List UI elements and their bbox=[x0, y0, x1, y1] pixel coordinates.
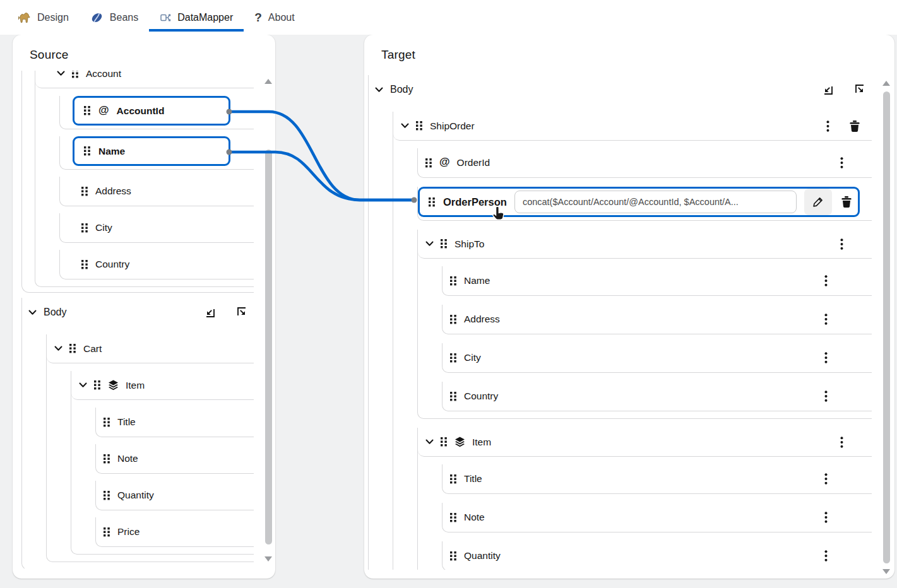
datamapper-icon bbox=[160, 12, 171, 23]
chevron-down-icon[interactable] bbox=[425, 439, 434, 445]
kebab-menu-button[interactable] bbox=[838, 155, 845, 170]
grip-icon[interactable] bbox=[441, 239, 448, 249]
tab-datamapper[interactable]: DataMapper bbox=[149, 0, 244, 35]
kebab-menu-button[interactable] bbox=[823, 273, 829, 288]
node-label: OrderPerson bbox=[443, 196, 507, 208]
grip-icon[interactable] bbox=[69, 344, 76, 353]
tab-about[interactable]: ?About bbox=[244, 0, 305, 35]
grip-icon[interactable] bbox=[450, 353, 457, 363]
grip-icon[interactable] bbox=[450, 551, 457, 561]
grip-icon[interactable] bbox=[104, 454, 110, 464]
tree-row-price[interactable]: Price bbox=[96, 517, 254, 546]
tree-row-address[interactable]: Address bbox=[60, 177, 254, 206]
grip-icon[interactable] bbox=[94, 380, 101, 390]
tree-row-title[interactable]: Title bbox=[96, 408, 254, 437]
tree-row-orderid[interactable]: @OrderId bbox=[418, 148, 872, 177]
grip-icon[interactable] bbox=[84, 146, 91, 156]
grip-icon[interactable] bbox=[81, 223, 88, 233]
tree-row-item[interactable]: Item bbox=[71, 371, 254, 400]
chevron-down-icon[interactable] bbox=[375, 87, 383, 93]
tree-node-title: Title bbox=[95, 408, 254, 437]
tree-row-shiporder[interactable]: ShipOrder bbox=[393, 112, 872, 141]
tab-design[interactable]: Design bbox=[6, 0, 80, 35]
kebab-menu-button[interactable] bbox=[823, 471, 829, 486]
tree-row-name[interactable]: Name bbox=[443, 266, 872, 295]
grip-icon[interactable] bbox=[450, 315, 457, 324]
tree-row-note[interactable]: Note bbox=[443, 503, 872, 532]
kebab-menu-button[interactable] bbox=[824, 119, 831, 134]
tree-node-orderid: @OrderId bbox=[417, 148, 872, 178]
grip-icon[interactable] bbox=[450, 276, 457, 286]
grip-icon[interactable] bbox=[104, 527, 110, 537]
chevron-down-icon[interactable] bbox=[79, 382, 87, 388]
edit-expression-button[interactable] bbox=[804, 189, 832, 215]
kebab-menu-button[interactable] bbox=[823, 389, 829, 404]
tree-row-city[interactable]: City bbox=[443, 343, 872, 372]
tree-node-body: BodyCartItemTitleNoteQuantityPrice bbox=[21, 298, 254, 568]
tree-row-item[interactable]: Item bbox=[418, 428, 872, 457]
scroll-up-icon[interactable] bbox=[264, 79, 272, 84]
tree-row-country[interactable]: Country bbox=[443, 382, 872, 411]
tree-row-title[interactable]: Title bbox=[443, 464, 872, 493]
kebab-menu-button[interactable] bbox=[838, 237, 845, 252]
tree-node-shipto: ShipToNameAddressCityCountry bbox=[417, 230, 872, 419]
grip-icon[interactable] bbox=[104, 491, 110, 500]
attribute-icon: @ bbox=[98, 104, 109, 117]
kebab-menu-button[interactable] bbox=[823, 350, 829, 365]
tree-row-quantity[interactable]: Quantity bbox=[443, 541, 872, 570]
grip-icon[interactable] bbox=[450, 474, 457, 484]
grip-icon[interactable] bbox=[81, 260, 88, 269]
expand-all-button[interactable] bbox=[853, 82, 868, 97]
tree-children: ShipOrder@OrderIdOrderPersonShipToNameAd… bbox=[393, 104, 872, 570]
grip-icon[interactable] bbox=[72, 71, 79, 78]
chevron-down-icon[interactable] bbox=[425, 241, 434, 247]
grip-icon[interactable] bbox=[441, 437, 448, 447]
tree-node-account: Account@AccountIdNameAddressCityCountry bbox=[35, 71, 254, 287]
tree-row-address[interactable]: Address bbox=[443, 305, 872, 334]
chevron-down-icon[interactable] bbox=[54, 346, 62, 351]
tree-row-country[interactable]: Country bbox=[60, 250, 254, 279]
scroll-down-icon[interactable] bbox=[882, 569, 890, 574]
tree-row-note[interactable]: Note bbox=[96, 444, 254, 473]
kebab-menu-button[interactable] bbox=[823, 510, 829, 525]
tree-row-quantity[interactable]: Quantity bbox=[96, 481, 254, 510]
source-scrollbar-thumb[interactable] bbox=[265, 150, 272, 544]
scroll-down-icon[interactable] bbox=[264, 556, 272, 562]
node-label: Country bbox=[95, 259, 129, 270]
tree-row-cart[interactable]: Cart bbox=[47, 334, 254, 363]
tab-beans[interactable]: Beans bbox=[80, 0, 149, 35]
tree-row-shipto[interactable]: ShipTo bbox=[418, 230, 872, 259]
grip-icon[interactable] bbox=[450, 392, 457, 401]
selected-source-node[interactable]: @AccountId bbox=[73, 96, 230, 126]
chevron-down-icon[interactable] bbox=[401, 123, 409, 129]
target-scrollbar-thumb[interactable] bbox=[883, 91, 890, 563]
tree-row-body[interactable]: Body bbox=[22, 298, 254, 327]
grip-icon[interactable] bbox=[429, 197, 436, 207]
grip-icon[interactable] bbox=[425, 158, 432, 168]
grip-icon[interactable] bbox=[104, 418, 110, 427]
grip-icon[interactable] bbox=[416, 121, 423, 131]
tree-row-body[interactable]: Body bbox=[369, 75, 872, 104]
delete-button[interactable] bbox=[840, 194, 853, 209]
expand-all-button[interactable] bbox=[235, 305, 250, 320]
expression-input[interactable] bbox=[514, 191, 797, 213]
tree-node-note: Note bbox=[95, 444, 254, 474]
tree-node-name: Name bbox=[59, 136, 254, 170]
scroll-up-icon[interactable] bbox=[882, 81, 890, 86]
kebab-menu-button[interactable] bbox=[823, 548, 829, 563]
selected-mapping-node[interactable]: OrderPerson bbox=[418, 187, 860, 217]
kebab-menu-button[interactable] bbox=[823, 312, 829, 327]
chevron-down-icon[interactable] bbox=[57, 71, 65, 76]
collapse-all-button[interactable] bbox=[202, 305, 217, 320]
delete-button[interactable] bbox=[848, 119, 862, 134]
kebab-menu-button[interactable] bbox=[838, 435, 845, 450]
tree-node-body: BodyShipOrder@OrderIdOrderPersonShipToNa… bbox=[368, 75, 872, 570]
grip-icon[interactable] bbox=[81, 187, 88, 196]
chevron-down-icon[interactable] bbox=[28, 310, 37, 315]
grip-icon[interactable] bbox=[84, 106, 91, 115]
selected-source-node[interactable]: Name bbox=[73, 136, 230, 166]
tree-row-account[interactable]: Account bbox=[35, 71, 254, 88]
grip-icon[interactable] bbox=[450, 513, 457, 522]
collapse-all-button[interactable] bbox=[820, 82, 835, 97]
tree-row-city[interactable]: City bbox=[60, 213, 254, 242]
